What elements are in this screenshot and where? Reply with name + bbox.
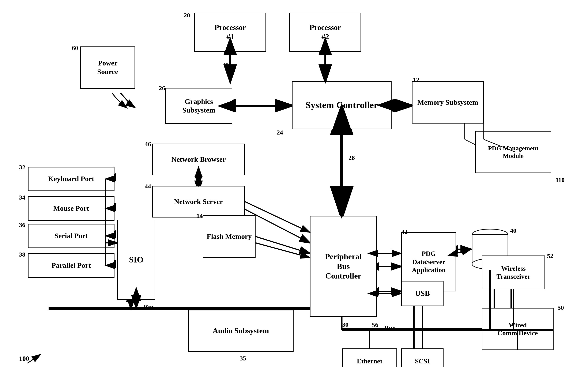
- keyboard-port-box: Keyboard Port: [28, 167, 115, 191]
- svg-line-39: [27, 355, 40, 363]
- svg-line-13: [256, 236, 310, 253]
- svg-line-54: [456, 249, 471, 253]
- conn-24-label: 24: [277, 129, 283, 136]
- architecture-diagram: PowerSource 60 Processor#1 20 Processor#…: [0, 0, 588, 367]
- ns-ref: 44: [145, 183, 151, 190]
- graphics-box: GraphicsSubsystem: [165, 88, 232, 124]
- ref-arrow-svg: [25, 353, 42, 365]
- parallel-ref: 38: [19, 251, 25, 258]
- svg-line-52: [256, 243, 310, 258]
- conn-28-label: 28: [348, 154, 355, 161]
- peripheral-bus-box: PeripheralBusController: [310, 216, 377, 317]
- bus-label-left: Bus: [144, 303, 155, 311]
- power-source-ref: 60: [72, 44, 78, 51]
- wireless-box: WirelessTransceiver: [482, 256, 545, 289]
- graphics-ref: 26: [159, 84, 165, 92]
- conn-56-label: 56: [372, 321, 378, 329]
- audio-ref: 35: [240, 355, 246, 362]
- serial-ref: 36: [19, 221, 25, 228]
- memory-subsystem-box: Memory Subsystem: [412, 81, 484, 124]
- power-source-box: PowerSource: [80, 46, 135, 89]
- sio-box: SIO: [117, 220, 155, 300]
- flash-memory-box: Flash Memory: [203, 215, 256, 258]
- proc1-ref: 20: [184, 12, 190, 19]
- mem-ref: 12: [413, 76, 419, 83]
- pdg-ds-ref: 42: [401, 228, 408, 235]
- scsi-box: SCSI: [401, 348, 444, 367]
- system-controller-box: System Controller: [292, 81, 392, 129]
- fm-ref: 14: [196, 212, 203, 219]
- keyboard-ref: 32: [19, 164, 25, 171]
- wireless-ref: 52: [547, 252, 553, 259]
- serial-port-box: Serial Port: [28, 224, 115, 248]
- nb-ref: 46: [145, 141, 151, 148]
- ethernet-box: Ethernet: [342, 348, 397, 367]
- mouse-ref: 34: [19, 194, 25, 201]
- processor2-box: Processor#2: [289, 13, 361, 52]
- storage-ref: 40: [510, 227, 516, 234]
- network-browser-box: Network Browser: [152, 144, 245, 175]
- pbc-ref: 30: [342, 321, 348, 328]
- conn-22-label: 22: [224, 61, 230, 68]
- processor1-box: Processor#1: [194, 13, 266, 52]
- usb-box: USB: [401, 281, 444, 306]
- wired-ref: 50: [558, 304, 564, 311]
- audio-box: Audio Subsystem: [188, 310, 294, 352]
- mouse-port-box: Mouse Port: [28, 196, 115, 221]
- bus-label-right: Bus: [384, 324, 395, 332]
- pdg-mgmt-ref: 110: [555, 176, 564, 184]
- wired-comm-box: WiredComm Device: [482, 308, 554, 350]
- pdg-mgmt-box: PDG ManagementModule: [475, 131, 551, 173]
- parallel-port-box: Parallel Port: [28, 253, 115, 278]
